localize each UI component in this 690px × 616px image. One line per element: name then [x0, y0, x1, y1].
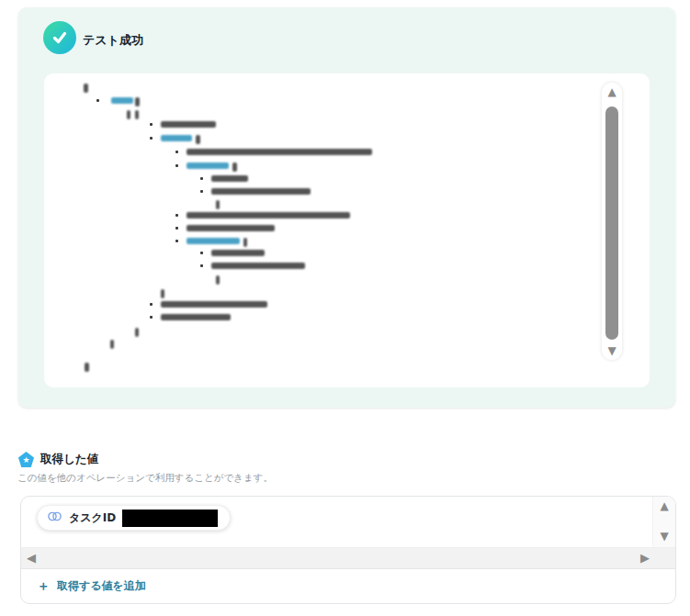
- redacted-text-segment: [110, 340, 114, 349]
- redacted-text-segment: [243, 238, 247, 247]
- list-bullet: [175, 164, 178, 167]
- value-chips-area: タスクID ▲ ▼: [21, 497, 675, 547]
- list-bullet: [96, 99, 99, 102]
- redacted-text-segment: [232, 162, 237, 172]
- redacted-text-segment: [161, 135, 192, 141]
- scroll-left-icon[interactable]: ◀: [27, 551, 36, 565]
- retrieved-values-title: 取得した値: [40, 452, 98, 467]
- chip-area-vertical-scrollbar[interactable]: ▲ ▼: [652, 497, 675, 547]
- redacted-text-segment: [187, 238, 240, 244]
- redacted-text-segment: [161, 301, 267, 308]
- redacted-text-segment: [216, 275, 220, 285]
- list-bullet: [150, 303, 153, 306]
- redacted-text-segment: [211, 263, 305, 269]
- list-bullet: [200, 252, 203, 254]
- add-value-row: ＋ 取得する値を追加: [21, 568, 675, 603]
- redacted-text-segment: [85, 363, 89, 372]
- list-bullet: [175, 214, 178, 217]
- star-badge-icon: ★: [18, 452, 34, 467]
- chip-label: タスクID: [69, 510, 116, 526]
- add-value-label: 取得する値を追加: [57, 578, 146, 594]
- scroll-down-icon[interactable]: ▼: [602, 345, 622, 356]
- list-bullet: [175, 151, 178, 153]
- json-result-viewer: ▲ ▼: [44, 73, 650, 387]
- redacted-text-segment: [196, 135, 200, 144]
- redacted-text-segment: [187, 162, 229, 169]
- redacted-text-segment: [127, 110, 130, 119]
- list-bullet: [150, 123, 153, 126]
- redacted-json-content: [44, 73, 650, 387]
- vertical-scrollbar[interactable]: ▲ ▼: [602, 83, 622, 360]
- redacted-text-segment: [135, 328, 139, 337]
- retrieved-values-header: ★ 取得した値: [18, 452, 98, 467]
- screen: テスト成功 ▲ ▼ ★ 取得した値 この値を他のオペレーションで利用することがで…: [0, 0, 690, 616]
- retrieved-values-box: タスクID ▲ ▼ ◀ ▶ ＋ 取得する値を追加: [20, 496, 676, 604]
- redacted-text-segment: [111, 97, 133, 104]
- list-bullet: [175, 227, 178, 230]
- chip-scroll-up-icon[interactable]: ▲: [653, 500, 675, 511]
- add-value-button[interactable]: ＋ 取得する値を追加: [37, 578, 146, 594]
- scroll-up-icon[interactable]: ▲: [602, 86, 622, 97]
- plus-icon: ＋: [37, 579, 50, 592]
- test-status-title: テスト成功: [83, 32, 143, 49]
- scroll-right-icon[interactable]: ▶: [640, 551, 650, 565]
- redacted-value: [122, 510, 218, 527]
- redacted-text-segment: [187, 225, 275, 231]
- redacted-text-segment: [161, 289, 164, 298]
- list-bullet: [150, 137, 153, 140]
- redacted-text-segment: [84, 84, 88, 93]
- redacted-text-segment: [161, 121, 216, 128]
- redacted-text-segment: [211, 188, 311, 195]
- link-icon: [47, 509, 62, 528]
- redacted-text-segment: [187, 149, 372, 155]
- redacted-text-segment: [187, 212, 350, 218]
- redacted-text-segment: [216, 200, 220, 209]
- success-check-icon: [43, 21, 76, 54]
- horizontal-scrollbar[interactable]: ◀ ▶: [21, 547, 675, 569]
- value-chip-task-id[interactable]: タスクID: [37, 505, 231, 531]
- list-bullet: [200, 190, 203, 193]
- chip-scroll-down-icon[interactable]: ▼: [653, 531, 675, 542]
- redacted-text-segment: [161, 314, 231, 320]
- list-bullet: [200, 177, 203, 180]
- redacted-text-segment: [211, 175, 248, 182]
- list-bullet: [200, 264, 203, 267]
- test-result-panel: テスト成功 ▲ ▼: [18, 7, 675, 408]
- list-bullet: [150, 316, 153, 319]
- redacted-text-segment: [135, 97, 140, 106]
- retrieved-values-description: この値を他のオペレーションで利用することができます。: [17, 472, 273, 485]
- list-bullet: [175, 240, 178, 242]
- redacted-text-segment: [135, 110, 139, 119]
- redacted-text-segment: [211, 250, 265, 256]
- vertical-scrollbar-thumb[interactable]: [605, 106, 618, 340]
